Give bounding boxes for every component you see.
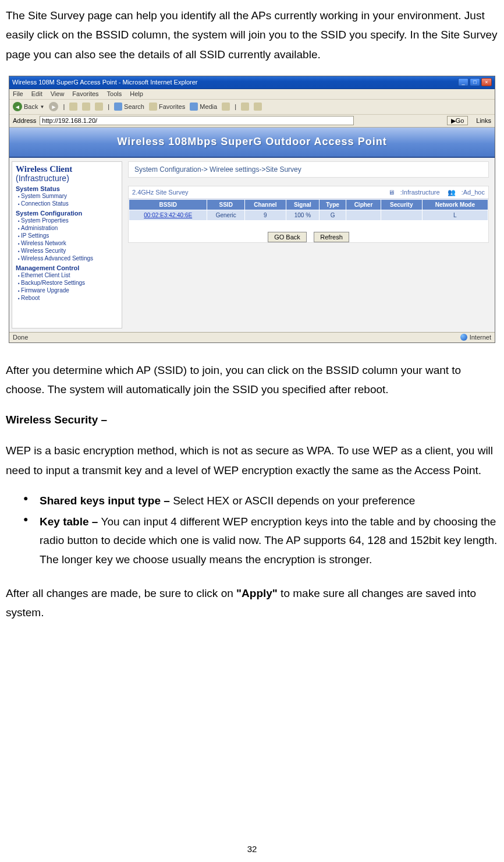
nav-system-summary[interactable]: System Summary [18, 192, 118, 200]
wireless-security-heading: Wireless Security – [6, 414, 498, 426]
history-icon[interactable] [222, 103, 230, 111]
internet-icon [460, 334, 467, 341]
bullet-key-table: Key table – You can input 4 different WE… [23, 513, 498, 569]
links-label[interactable]: Links [476, 117, 491, 124]
media-button[interactable]: Media [190, 103, 217, 111]
cell-type: G [319, 210, 346, 220]
nav-ip-settings[interactable]: IP Settings [18, 232, 118, 239]
nav-wireless-network[interactable]: Wireless Network [18, 239, 118, 247]
go-back-button[interactable]: GO Back [268, 232, 307, 242]
refresh-icon[interactable] [82, 103, 90, 111]
menu-edit[interactable]: Edit [31, 90, 42, 97]
after-paragraph: After you determine which AP (SSID) to j… [6, 361, 498, 400]
nav-wireless-advanced[interactable]: Wireless Advanced Settings [18, 255, 118, 262]
status-done: Done [13, 334, 28, 341]
section-system-config: System Configuration [16, 210, 118, 217]
cell-signal: 100 % [286, 210, 319, 220]
cell-cipher [346, 210, 381, 220]
col-signal: Signal [286, 199, 319, 210]
nav-firmware-upgrade[interactable]: Firmware Upgrade [18, 287, 118, 294]
forward-icon[interactable]: ► [49, 102, 58, 111]
col-ssid: SSID [207, 199, 244, 210]
page-number: 32 [0, 844, 504, 854]
mail-icon[interactable] [241, 103, 249, 111]
intro-paragraph: The Site Survey page can help you identi… [6, 6, 498, 64]
address-bar: Address ▶ Go Links [9, 115, 495, 128]
nav-backup-restore[interactable]: Backup/Restore Settings [18, 279, 118, 287]
sidebar-subtitle: (Infrastructure) [16, 174, 118, 183]
breadcrumb: System Configuration-> Wirelee settings-… [128, 161, 489, 178]
nav-connection-status[interactable]: Connection Status [18, 200, 118, 207]
col-network-mode: Network Mode [422, 199, 488, 210]
dropdown-icon: ▼ [40, 104, 44, 109]
page-banner: Wireless 108Mbps SuperG Outdoor Access P… [9, 128, 495, 158]
cell-security [381, 210, 422, 220]
col-channel: Channel [244, 199, 286, 210]
bullet-shared-keys: Shared keys input type – Select HEX or A… [23, 492, 498, 510]
table-row: 00:02:E3:42:40:6E Generic 9 100 % G L [129, 210, 488, 220]
cell-channel: 9 [244, 210, 286, 220]
media-icon [190, 103, 198, 111]
refresh-button[interactable]: Refresh [314, 232, 349, 242]
col-type: Type [319, 199, 346, 210]
cell-mode: L [422, 210, 488, 220]
address-input[interactable] [40, 116, 354, 125]
print-icon[interactable] [254, 103, 262, 111]
apply-paragraph: After all changes are made, be sure to c… [6, 584, 498, 623]
menu-tools[interactable]: Tools [107, 90, 122, 97]
section-management: Management Control [16, 264, 118, 271]
search-button[interactable]: Search [114, 103, 144, 111]
legend: 🖥:Infrastructure 👥:Ad_hoc [382, 189, 485, 196]
stop-icon[interactable] [69, 103, 77, 111]
nav-ethernet-client[interactable]: Ethernet Client List [18, 271, 118, 279]
minimize-icon[interactable]: _ [458, 78, 468, 86]
go-button[interactable]: ▶ Go [447, 116, 468, 125]
nav-reboot[interactable]: Reboot [18, 294, 118, 302]
bullet-list: Shared keys input type – Select HEX or A… [6, 492, 498, 569]
section-system-status: System Status [16, 185, 118, 192]
window-title: Wireless 108M SuperG Access Point - Micr… [12, 79, 198, 86]
status-bar: Done Internet [9, 332, 495, 342]
menu-file[interactable]: File [13, 90, 23, 97]
menu-bar: File Edit View Favorites Tools Help [9, 89, 495, 100]
sidebar-title: Wireless Client [16, 164, 118, 174]
cell-ssid: Generic [207, 210, 244, 220]
status-internet: Internet [470, 334, 491, 341]
menu-view[interactable]: View [51, 90, 65, 97]
col-security: Security [381, 199, 422, 210]
close-icon[interactable]: × [481, 78, 492, 86]
menu-favorites[interactable]: Favorites [72, 90, 98, 97]
nav-wireless-security[interactable]: Wireless Security [18, 247, 118, 255]
browser-toolbar: ◄ Back ▼ ► | | Search Favorites Media | [9, 100, 495, 115]
col-cipher: Cipher [346, 199, 381, 210]
nav-administration[interactable]: Administration [18, 224, 118, 232]
main-panel: System Configuration-> Wirelee settings-… [122, 158, 495, 332]
wep-paragraph: WEP is a basic encryption method, which … [6, 441, 498, 480]
nav-sidebar: Wireless Client (Infrastructure) System … [12, 161, 122, 328]
bssid-link[interactable]: 00:02:E3:42:40:6E [129, 210, 207, 220]
star-icon [149, 103, 157, 111]
address-label: Address [13, 117, 36, 124]
home-icon[interactable] [95, 103, 103, 111]
nav-system-properties[interactable]: System Properties [18, 217, 118, 224]
maximize-icon[interactable]: □ [470, 78, 480, 86]
col-bssid: BSSID [129, 199, 207, 210]
site-survey-table: BSSID SSID Channel Signal Type Cipher Se… [129, 199, 488, 221]
favorites-button[interactable]: Favorites [149, 103, 185, 111]
ie-screenshot: Wireless 108M SuperG Access Point - Micr… [9, 76, 495, 343]
back-icon: ◄ [13, 102, 22, 111]
window-titlebar: Wireless 108M SuperG Access Point - Micr… [9, 76, 495, 89]
survey-title: 2.4GHz Site Survey [132, 189, 189, 196]
back-button[interactable]: ◄ Back ▼ [13, 102, 44, 111]
menu-help[interactable]: Help [130, 90, 143, 97]
search-icon [114, 103, 122, 111]
